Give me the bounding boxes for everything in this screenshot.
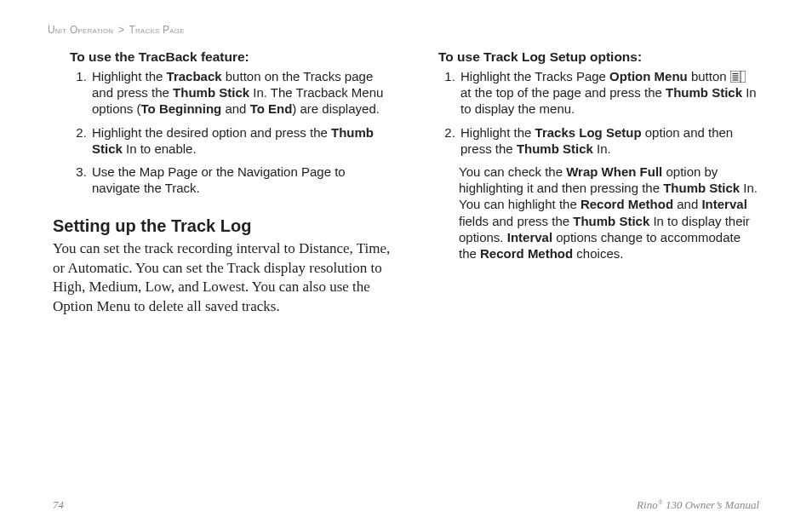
product-name: Rino <box>637 498 658 511</box>
right-subhead: To use Track Log Setup options: <box>438 49 759 65</box>
left-steps: Highlight the Tracback button on the Tra… <box>70 68 391 196</box>
term-to-beginning: To Beginning <box>141 101 222 116</box>
page-number: 74 <box>53 498 64 512</box>
term-thumb-stick: Thumb Stick <box>573 214 649 228</box>
text: Use the Map Page or the Navigation Page … <box>92 164 346 195</box>
breadcrumb-section-a: Unit Operation <box>48 24 113 36</box>
page-footer: 74 Rino® 130 Owner’s Manual <box>53 492 759 512</box>
breadcrumb: Unit Operation > Tracks Page <box>48 24 759 36</box>
term-option-menu: Option Menu <box>609 69 688 83</box>
svg-rect-1 <box>730 71 741 83</box>
content-columns: To use the TracBack feature: Highlight t… <box>53 44 759 492</box>
breadcrumb-section-b: Tracks Page <box>129 24 184 36</box>
right-step-1: Highlight the Tracks Page Option Menu bu… <box>459 68 759 118</box>
left-step-2: Highlight the desired option and press t… <box>90 124 391 157</box>
term-tracback: Tracback <box>167 69 222 83</box>
text: Highlight the desired option and press t… <box>92 125 331 140</box>
text: In. <box>593 141 611 156</box>
term-interval: Interval <box>507 230 552 244</box>
term-interval: Interval <box>701 197 746 211</box>
right-steps: Highlight the Tracks Page Option Menu bu… <box>438 68 759 157</box>
text: Highlight the <box>92 69 167 83</box>
text: and <box>221 101 249 116</box>
section-heading-track-log: Setting up the Track Log <box>53 216 391 236</box>
right-after-paragraph: You can check the Wrap When Full option … <box>459 164 759 262</box>
section-body-track-log: You can set the track recording interval… <box>53 239 391 316</box>
left-column: To use the TracBack feature: Highlight t… <box>53 44 391 492</box>
term-record-method: Record Method <box>580 197 673 211</box>
text: and <box>673 197 701 211</box>
text: ) are displayed. <box>292 101 380 116</box>
text: Highlight the Tracks Page <box>460 69 609 83</box>
right-column: To use Track Log Setup options: Highligh… <box>421 44 759 492</box>
text: In to enable. <box>123 141 197 156</box>
breadcrumb-separator: > <box>118 24 124 36</box>
text: choices. <box>573 246 623 261</box>
term-record-method: Record Method <box>480 246 573 261</box>
text: fields and press the <box>459 214 573 228</box>
left-subhead: To use the TracBack feature: <box>70 49 391 65</box>
term-thumb-stick: Thumb Stick <box>173 85 249 100</box>
left-step-3: Use the Map Page or the Navigation Page … <box>90 164 391 196</box>
term-to-end: To End <box>250 101 293 116</box>
text: You can check the <box>459 164 566 179</box>
term-tracks-log-setup: Tracks Log Setup <box>535 125 642 140</box>
text: at the top of the page and press the <box>460 85 666 100</box>
text: Highlight the <box>460 125 535 140</box>
right-step-2: Highlight the Tracks Log Setup option an… <box>459 124 759 157</box>
product-title: Rino® 130 Owner’s Manual <box>637 498 759 512</box>
product-suffix: 130 Owner’s Manual <box>663 498 759 511</box>
option-menu-icon <box>730 70 746 82</box>
text: button <box>688 69 730 83</box>
term-wrap-when-full: Wrap When Full <box>566 164 662 179</box>
term-thumb-stick: Thumb Stick <box>663 181 740 195</box>
left-step-1: Highlight the Tracback button on the Tra… <box>90 68 391 118</box>
term-thumb-stick: Thumb Stick <box>666 85 742 100</box>
term-thumb-stick: Thumb Stick <box>517 141 593 156</box>
page-root: Unit Operation > Tracks Page To use the … <box>0 0 812 529</box>
